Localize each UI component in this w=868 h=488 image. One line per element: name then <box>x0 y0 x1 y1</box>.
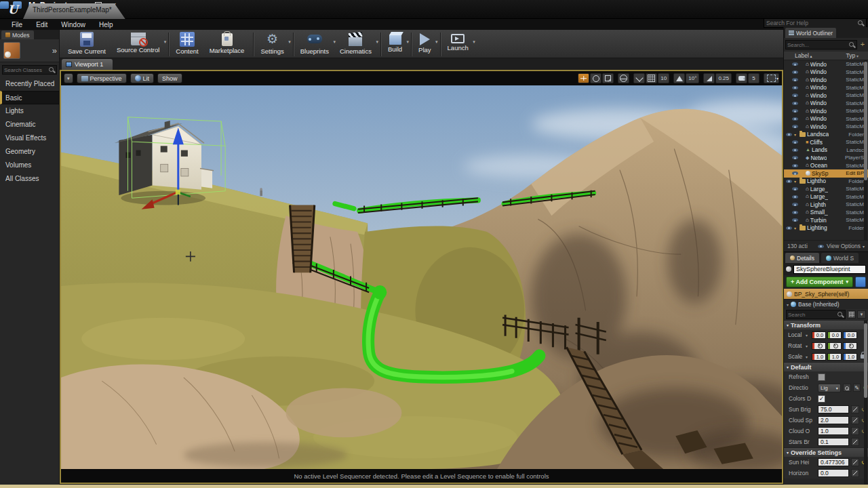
modes-item-geometry[interactable]: Geometry <box>0 145 59 159</box>
eye-icon[interactable] <box>792 100 799 106</box>
modes-item-basic[interactable]: Basic <box>0 91 59 104</box>
transform-row-label[interactable]: Scale <box>788 353 804 360</box>
eye-icon[interactable] <box>792 108 799 115</box>
save-current-button[interactable]: Save Current <box>64 31 113 58</box>
launch-button[interactable]: Launch <box>443 31 475 58</box>
eye-icon[interactable] <box>786 224 793 231</box>
world-outliner-tab[interactable]: World Outliner <box>785 28 836 38</box>
eyedropper-icon[interactable] <box>853 384 861 392</box>
checkbox[interactable] <box>818 373 825 381</box>
viewport-tab[interactable]: Viewport 1 <box>62 59 113 70</box>
number-field[interactable]: 0.477306 <box>818 458 849 466</box>
outliner-row-netwo[interactable]: NetwoPlayerS <box>784 154 868 162</box>
eye-icon[interactable] <box>792 209 799 216</box>
modes-item-recently-placed[interactable]: Recently Placed <box>0 77 59 91</box>
eye-icon[interactable] <box>792 186 799 192</box>
camera-speed-value[interactable]: 5 <box>748 73 760 83</box>
eye-icon[interactable] <box>786 178 793 184</box>
chevron-down-icon[interactable] <box>806 344 810 348</box>
expander-icon[interactable] <box>794 226 798 230</box>
show-button[interactable]: Show <box>157 73 182 83</box>
transform-field[interactable]: 1.0 <box>812 353 826 361</box>
view-options-button[interactable]: View Options <box>818 243 865 249</box>
eye-icon[interactable] <box>792 77 799 83</box>
outliner-row-windo[interactable]: WindoStaticM <box>784 60 868 68</box>
camera-speed-button[interactable] <box>736 73 747 83</box>
move-tool-button[interactable] <box>578 73 589 83</box>
place-mode-icon[interactable] <box>3 42 20 59</box>
content-button[interactable]: Content <box>172 31 205 58</box>
outliner-searchbox[interactable] <box>785 40 857 49</box>
default-section-header[interactable]: Default <box>784 362 868 371</box>
menu-file[interactable]: File <box>5 20 28 29</box>
details-search-input[interactable] <box>788 312 837 318</box>
outliner-row-windo[interactable]: WindoStaticM <box>784 92 868 100</box>
chevron-down-icon[interactable] <box>473 39 475 45</box>
modes-tab[interactable]: Modes <box>1 30 34 39</box>
eye-icon[interactable] <box>792 115 799 122</box>
modes-item-all-classes[interactable]: All Classes <box>0 172 59 186</box>
chevron-right-double-icon[interactable] <box>52 45 56 56</box>
scale-tool-button[interactable] <box>602 73 614 83</box>
outliner-row-turbin[interactable]: TurbinStaticM <box>784 216 868 224</box>
base-inherited-row[interactable]: Base (Inherited) <box>784 299 868 309</box>
marketplace-button[interactable]: Marketplace <box>205 31 252 58</box>
outliner-scrollbar[interactable] <box>864 60 867 240</box>
add-actor-icon[interactable] <box>859 41 867 49</box>
modes-item-volumes[interactable]: Volumes <box>0 159 59 172</box>
tab-world-settings[interactable]: World S <box>821 253 859 263</box>
slider-icon[interactable] <box>851 438 859 446</box>
chevron-down-icon[interactable] <box>806 333 810 338</box>
menu-window[interactable]: Window <box>55 20 92 29</box>
property-matrix-button[interactable] <box>847 310 856 319</box>
outliner-row-lighting[interactable]: LightingFolder <box>784 224 868 232</box>
dropdown[interactable]: Lig <box>818 384 841 392</box>
menu-help[interactable]: Help <box>93 20 119 29</box>
eye-icon[interactable] <box>792 217 799 224</box>
distant-character[interactable] <box>260 188 262 196</box>
outliner-row-cliffs[interactable]: CliffsStaticM <box>784 138 868 146</box>
eye-icon[interactable] <box>792 193 799 200</box>
actor-name-field[interactable] <box>793 265 866 274</box>
outliner-row-windo[interactable]: WindoStaticM <box>784 115 868 123</box>
outliner-row-lighth[interactable]: LighthStaticM <box>784 201 868 209</box>
modes-search[interactable] <box>2 65 57 75</box>
outliner-row-skysp[interactable]: SkySpEdit BP <box>784 169 868 178</box>
eye-icon[interactable] <box>792 84 799 91</box>
outliner-row-windo[interactable]: WindoStaticM <box>784 76 868 84</box>
perspective-button[interactable]: Perspective <box>77 73 127 83</box>
maximize-viewport-button[interactable] <box>764 73 779 83</box>
play-button[interactable]: Play <box>414 31 437 58</box>
modes-item-cinematic[interactable]: Cinematic <box>0 118 59 131</box>
outliner-row-small[interactable]: Small_StaticM <box>784 209 868 217</box>
chevron-down-icon[interactable] <box>435 39 438 45</box>
scrollbar-thumb[interactable] <box>864 62 867 180</box>
surface-snap-button[interactable] <box>633 73 645 83</box>
eye-icon[interactable] <box>792 61 799 68</box>
viewport-scene[interactable] <box>61 85 782 469</box>
transform-section-header[interactable]: Transform <box>784 320 868 329</box>
expander-icon[interactable] <box>794 132 798 137</box>
chevron-down-icon[interactable] <box>288 39 291 45</box>
eye-icon[interactable] <box>792 123 799 130</box>
grid-snap-button[interactable] <box>646 73 657 83</box>
details-searchbox[interactable] <box>786 310 846 319</box>
checkbox[interactable]: ✓ <box>818 395 825 403</box>
column-type[interactable]: Typ <box>846 52 863 59</box>
column-label[interactable]: Label <box>795 52 812 59</box>
modes-item-visual-effects[interactable]: Visual Effects <box>0 131 59 145</box>
outliner-row-large[interactable]: Large_StaticM <box>784 185 868 193</box>
lit-button[interactable]: Lit <box>130 73 155 83</box>
eye-icon[interactable] <box>792 155 799 161</box>
slider-icon[interactable] <box>851 458 859 466</box>
eye-icon[interactable] <box>792 92 799 99</box>
outliner-row-large[interactable]: Large_StaticM <box>784 193 868 201</box>
rotation-snap-button[interactable] <box>673 73 685 83</box>
outliner-row-landsca[interactable]: LandscaFolder <box>784 131 868 139</box>
transform-field[interactable]: 0.0 <box>843 331 857 339</box>
viewport-options-button[interactable] <box>64 73 73 83</box>
viewport-client[interactable]: Perspective Lit Show 10 10° 0.25 <box>60 70 783 484</box>
modes-item-lights[interactable]: Lights <box>0 104 59 118</box>
number-field[interactable]: 75.0 <box>818 405 849 413</box>
rotate-tool-button[interactable] <box>590 73 601 83</box>
